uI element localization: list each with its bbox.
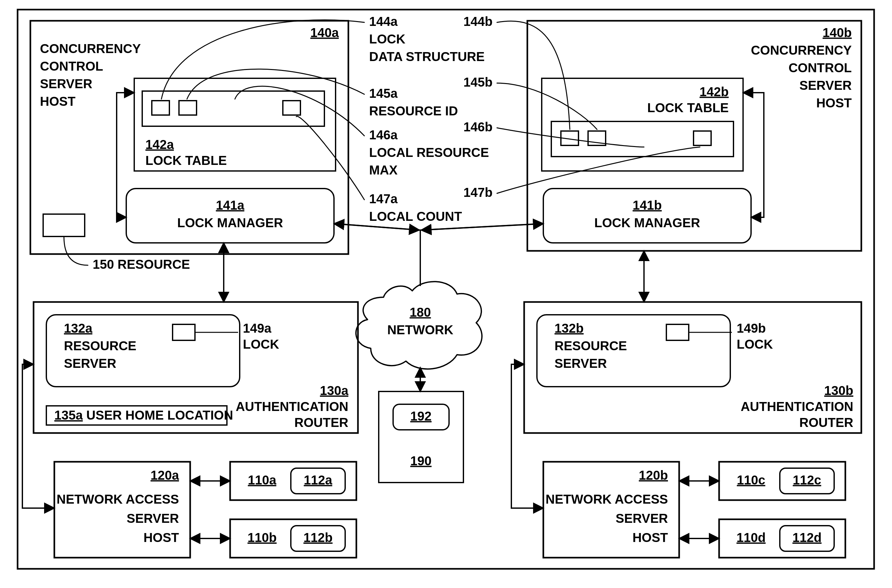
nas-b-t2: SERVER — [616, 511, 668, 525]
authrouter-b-id: 130b — [824, 384, 853, 398]
rs-b-text2: SERVER — [555, 356, 607, 370]
arrow-a-mgr-to-table — [117, 93, 134, 217]
lockmgr-b-id: 141b — [633, 198, 661, 212]
lbl-147a-t: LOCAL COUNT — [369, 209, 462, 224]
concurrency-host-a: 140a CONCURRENCY CONTROL SERVER HOST 142… — [30, 21, 348, 271]
n112a: 112a — [304, 473, 333, 487]
arrow-auth-b-nas-b — [511, 364, 543, 508]
lockmgr-a-id: 141a — [216, 198, 245, 212]
lock-a-text: LOCK — [243, 337, 279, 351]
n112b: 112b — [303, 531, 332, 544]
lockmgr-a-text: LOCK MANAGER — [177, 216, 283, 230]
device-190-id: 190 — [410, 454, 432, 468]
lock-b-box — [666, 324, 689, 340]
n110b: 110b — [247, 531, 276, 544]
rs-a-text2: SERVER — [64, 356, 116, 370]
lock-a-box — [172, 324, 195, 340]
rs-b-text1: RESOURCE — [555, 339, 627, 353]
rs-b-id: 132b — [555, 321, 583, 335]
nas-host-a: 120a NETWORK ACCESS SERVER HOST — [54, 462, 190, 558]
locktable-a-id: 142a — [145, 137, 174, 152]
locktable-a-text: LOCK TABLE — [145, 153, 227, 168]
lbl-145a-t: RESOURCE ID — [369, 104, 458, 118]
ccsh-a-line1: CONCURRENCY — [40, 42, 141, 56]
nas-b-id: 120b — [639, 468, 668, 482]
client-110b: 110b 112b — [230, 519, 356, 558]
lbl-146a-t2: MAX — [369, 163, 397, 177]
rs-a-id: 132a — [64, 321, 93, 335]
authrouter-a-id: 130a — [320, 384, 349, 398]
nas-a-t1: NETWORK ACCESS — [57, 492, 179, 506]
leader-144b — [497, 21, 570, 129]
lbl-144b: 144b — [463, 14, 493, 28]
lbl-146a: 146a — [369, 128, 398, 142]
ccsh-b-line3: SERVER — [799, 78, 852, 92]
n112c: 112c — [793, 473, 822, 487]
userhome-text: 135a USER HOME LOCATION — [54, 408, 233, 422]
concurrency-host-b: 140b CONCURRENCY CONTROL SERVER HOST 142… — [527, 21, 861, 251]
diagram-root: 140a CONCURRENCY CONTROL SERVER HOST 142… — [0, 0, 892, 588]
lock-b-text: LOCK — [737, 337, 773, 351]
client-110a: 110a 112a — [230, 462, 356, 500]
cell-a-2 — [179, 100, 196, 115]
center-callouts: 144a LOCK DATA STRUCTURE 145a RESOURCE I… — [369, 14, 493, 224]
cell-a-3 — [283, 100, 300, 115]
client-110c: 110c 112c — [719, 462, 846, 500]
arrow-a-table-to-mgr — [117, 93, 126, 217]
arrow-auth-a-nas-a — [22, 364, 54, 508]
ccsh-b-line2: CONTROL — [789, 61, 852, 75]
svg-rect-2 — [379, 392, 463, 483]
device-192-id: 192 — [410, 409, 432, 423]
n110a: 110a — [248, 473, 277, 487]
arrow-b-mgr-to-table — [743, 93, 764, 217]
nas-b-t3: HOST — [633, 531, 668, 544]
leader-145b — [497, 83, 597, 129]
leader-147a — [296, 116, 364, 200]
resource-box — [43, 214, 85, 237]
ccsh-b-line1: CONCURRENCY — [751, 43, 852, 57]
nas-a-t2: SERVER — [127, 511, 179, 525]
lbl-145b: 145b — [463, 75, 493, 89]
auth-router-b: 130b AUTHENTICATION ROUTER 132b RESOURCE… — [524, 302, 861, 433]
lbl-147b: 147b — [463, 185, 493, 200]
ccsh-a-line3: SERVER — [40, 77, 92, 91]
ccsh-a-line2: CONTROL — [40, 59, 103, 73]
n110d: 110d — [736, 531, 765, 544]
lbl-145a: 145a — [369, 86, 398, 100]
n110c: 110c — [737, 473, 765, 487]
nas-b-t1: NETWORK ACCESS — [546, 492, 668, 506]
ccsh-b-line4: HOST — [816, 96, 852, 110]
lbl-147a: 147a — [369, 192, 398, 206]
locktable-b-text: LOCK TABLE — [647, 100, 729, 115]
authrouter-b-text1: AUTHENTICATION — [741, 399, 853, 414]
cell-a-1 — [152, 100, 169, 115]
lbl-144a: 144a — [369, 14, 398, 28]
leader-146a — [235, 86, 364, 136]
lbl-146a-t1: LOCAL RESOURCE — [369, 146, 489, 159]
lock-b-id: 149b — [737, 321, 766, 335]
locktable-b-id: 142b — [700, 85, 729, 99]
nas-a-t3: HOST — [144, 531, 179, 544]
ccsh-a-line4: HOST — [40, 94, 75, 108]
network-text: NETWORK — [387, 323, 454, 337]
authrouter-a-text2: ROUTER — [294, 416, 348, 429]
lbl-144a-lock: LOCK — [369, 32, 405, 46]
authrouter-b-text2: ROUTER — [799, 416, 853, 429]
lbl-146b: 146b — [463, 120, 493, 134]
network-cloud: 180 NETWORK — [356, 282, 482, 369]
lock-a-id: 149a — [243, 321, 272, 335]
device-190: 192 190 — [379, 392, 463, 483]
auth-router-a: 130a AUTHENTICATION ROUTER 132a RESOURCE… — [34, 302, 358, 433]
arrow-b-table-to-mgr — [751, 93, 764, 217]
ccsh-a-id: 140a — [310, 26, 339, 40]
ccsh-b-id: 140b — [823, 26, 852, 40]
lockmgr-b-text: LOCK MANAGER — [594, 216, 700, 230]
lm-b-to-network — [421, 224, 542, 230]
n112d: 112d — [792, 531, 822, 544]
nas-a-id: 120a — [150, 468, 179, 482]
nas-host-b: 120b NETWORK ACCESS SERVER HOST — [543, 462, 679, 558]
cell-b-3 — [694, 131, 711, 146]
authrouter-a-text1: AUTHENTICATION — [235, 399, 348, 414]
rs-a-text1: RESOURCE — [64, 339, 136, 353]
lbl-144a-ds: DATA STRUCTURE — [369, 50, 484, 64]
